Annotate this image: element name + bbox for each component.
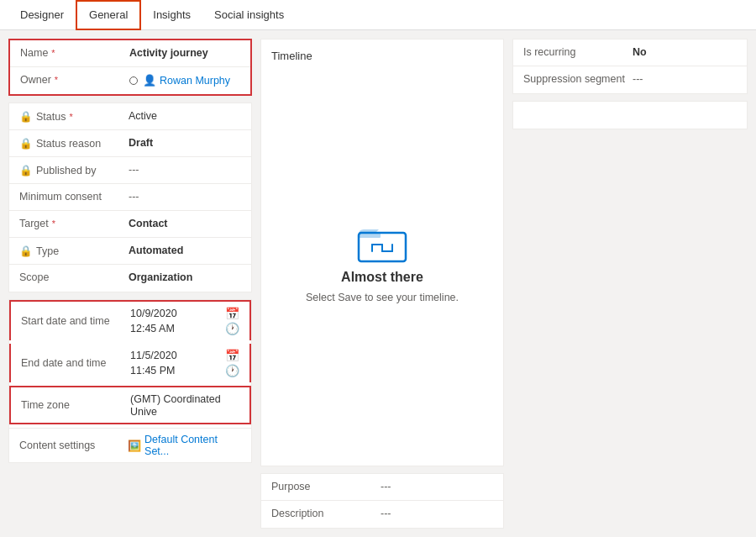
timeline-empty: Almost there Select Save to see your tim…: [271, 69, 493, 455]
target-value[interactable]: Contact: [129, 216, 241, 229]
target-label: Target *: [19, 216, 129, 229]
lock-icon-4: 🔒: [19, 245, 33, 257]
type-row: 🔒 Type Automated: [9, 238, 251, 265]
timeline-title: Timeline: [271, 50, 493, 62]
purpose-row: Purpose ---: [261, 474, 503, 501]
timezone-section: Time zone (GMT) Coordinated Unive: [9, 386, 251, 424]
start-time-value[interactable]: 12:45 AM: [130, 323, 175, 334]
calendar-icon-2[interactable]: 📅: [225, 349, 239, 362]
published-by-value: ---: [129, 162, 241, 176]
timezone-value[interactable]: (GMT) Coordinated Unive: [130, 393, 221, 418]
dates-card: Start date and time 10/9/2020 📅 12:45 AM…: [8, 299, 252, 463]
status-reason-value[interactable]: Draft: [129, 135, 241, 149]
scope-value: Organization: [129, 270, 241, 283]
purpose-card: Purpose --- Description ---: [260, 473, 504, 529]
timezone-label: Time zone: [21, 399, 130, 411]
tab-social-insights[interactable]: Social insights: [202, 0, 296, 30]
end-date-label: End date and time: [21, 357, 130, 369]
info-card: Is recurring No Suppression segment ---: [512, 39, 748, 94]
clock-icon[interactable]: 🕐: [225, 322, 239, 335]
min-consent-row: Minimum consent ---: [9, 184, 251, 211]
suppression-value: ---: [633, 71, 737, 85]
suppression-row: Suppression segment ---: [513, 66, 747, 93]
tab-designer[interactable]: Designer: [8, 0, 76, 30]
lock-icon-2: 🔒: [19, 137, 33, 150]
owner-value[interactable]: 👤 Rowan Murphy: [129, 72, 240, 87]
content-settings-value[interactable]: Default Content Set...: [144, 434, 241, 457]
middle-panel: Timeline Almost there Select Save to see…: [260, 39, 504, 529]
content-settings-icon: 🖼️: [128, 440, 141, 452]
status-reason-label: 🔒 Status reason: [19, 135, 129, 150]
timeline-empty-title: Almost there: [341, 270, 423, 285]
scope-label: Scope: [19, 270, 129, 283]
scope-row: Scope Organization: [9, 265, 251, 292]
top-navigation: Designer General Insights Social insight…: [0, 0, 756, 30]
purpose-value[interactable]: ---: [381, 479, 493, 492]
purpose-label: Purpose: [271, 479, 381, 492]
folder-icon: [357, 221, 407, 263]
right-panel: Is recurring No Suppression segment ---: [512, 39, 748, 529]
clock-icon-2[interactable]: 🕐: [225, 364, 239, 377]
status-value[interactable]: Active: [129, 108, 241, 122]
min-consent-label: Minimum consent: [19, 189, 129, 203]
description-row: Description ---: [261, 501, 503, 528]
start-date-section: Start date and time 10/9/2020 📅 12:45 AM…: [9, 300, 251, 340]
suppression-label: Suppression segment: [523, 71, 633, 85]
timeline-card: Timeline Almost there Select Save to see…: [260, 39, 504, 466]
owner-row: Owner * 👤 Rowan Murphy: [10, 67, 250, 94]
end-date-value[interactable]: 11/5/2020: [130, 350, 177, 361]
person-icon: 👤: [143, 74, 156, 87]
type-value: Automated: [129, 243, 241, 256]
status-row: 🔒 Status * Active: [9, 103, 251, 130]
left-panel: Name * Activity journey Owner * 👤 Rowan …: [8, 39, 252, 529]
timeline-empty-subtitle: Select Save to see your timeline.: [306, 292, 459, 303]
name-owner-card: Name * Activity journey Owner * 👤 Rowan …: [8, 39, 252, 96]
start-date-label: Start date and time: [21, 315, 130, 327]
status-fields-card: 🔒 Status * Active 🔒 Status reason Draft …: [8, 103, 252, 292]
description-value[interactable]: ---: [381, 506, 493, 519]
end-time-value[interactable]: 11:45 PM: [130, 365, 176, 376]
name-label: Name *: [20, 45, 129, 59]
min-consent-value: ---: [129, 189, 241, 203]
name-row: Name * Activity journey: [10, 40, 250, 67]
start-date-value[interactable]: 10/9/2020: [130, 308, 177, 319]
name-value[interactable]: Activity journey: [129, 45, 240, 59]
calendar-icon[interactable]: 📅: [225, 307, 239, 320]
small-empty-card: [512, 101, 748, 129]
status-reason-row: 🔒 Status reason Draft: [9, 130, 251, 157]
owner-label: Owner *: [20, 72, 129, 86]
recurring-label: Is recurring: [523, 45, 633, 58]
tab-general[interactable]: General: [76, 0, 141, 30]
published-by-row: 🔒 Published by ---: [9, 157, 251, 184]
lock-icon: 🔒: [19, 110, 33, 123]
lock-icon-3: 🔒: [19, 164, 33, 176]
content-settings-section: Content settings 🖼️ Default Content Set.…: [9, 428, 251, 462]
recurring-value: No: [633, 45, 737, 58]
content-settings-label: Content settings: [19, 440, 124, 451]
svg-rect-1: [359, 233, 381, 238]
main-content: Name * Activity journey Owner * 👤 Rowan …: [0, 30, 756, 537]
description-label: Description: [271, 506, 381, 519]
tab-insights[interactable]: Insights: [141, 0, 202, 30]
owner-status-circle: [129, 76, 138, 85]
published-by-label: 🔒 Published by: [19, 162, 129, 176]
type-label: 🔒 Type: [19, 243, 129, 257]
end-date-section: End date and time 11/5/2020 📅 11:45 PM 🕐: [9, 344, 251, 382]
recurring-row: Is recurring No: [513, 39, 747, 66]
status-label: 🔒 Status *: [19, 108, 129, 123]
target-row: Target * Contact: [9, 211, 251, 238]
